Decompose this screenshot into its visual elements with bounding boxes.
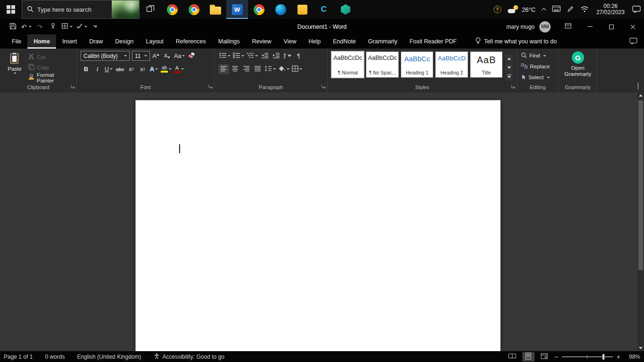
zoom-in-button[interactable]: + — [617, 353, 620, 361]
proofing-button[interactable] — [75, 21, 89, 33]
highlight-button[interactable]: ab — [160, 64, 173, 74]
minimize-button[interactable] — [579, 19, 601, 34]
style-heading-1[interactable]: AaBbCc Heading 1 — [401, 51, 433, 78]
styles-scroll-up-button[interactable] — [505, 54, 513, 63]
web-layout-button[interactable] — [538, 352, 551, 362]
font-dialog-launcher[interactable] — [208, 83, 213, 91]
taskbar-app-chrome-1[interactable] — [161, 0, 183, 19]
multilevel-list-button[interactable] — [246, 51, 259, 61]
word-count[interactable]: 0 words — [45, 354, 65, 360]
taskbar-app-chrome-3[interactable] — [248, 0, 270, 19]
taskbar-app-yellow[interactable] — [291, 0, 313, 19]
close-button[interactable] — [622, 19, 644, 34]
zoom-percentage[interactable]: 98% — [624, 354, 640, 360]
copy-button[interactable]: Copy — [28, 63, 73, 72]
style-heading-2[interactable]: AaBbCcD Heading 2 — [435, 51, 468, 78]
tab-layout[interactable]: Layout — [140, 34, 170, 49]
tab-mailings[interactable]: Mailings — [212, 34, 246, 49]
shading-button[interactable] — [277, 64, 290, 74]
increase-indent-button[interactable] — [271, 51, 281, 61]
account-name[interactable]: mary mugo — [506, 24, 535, 30]
scroll-up-arrow[interactable] — [639, 94, 643, 97]
clear-formatting-button[interactable] — [186, 51, 197, 61]
tab-view[interactable]: View — [278, 34, 303, 49]
network-button[interactable] — [577, 0, 592, 19]
print-layout-button[interactable] — [522, 352, 535, 362]
help-button[interactable]: ? — [490, 0, 504, 19]
replace-button[interactable]: Replace — [521, 62, 554, 71]
task-view-button[interactable] — [140, 0, 161, 19]
style-title[interactable]: AaB Title — [470, 51, 503, 78]
maximize-button[interactable] — [601, 19, 622, 34]
styles-scroll-down-button[interactable] — [505, 63, 513, 72]
tab-help[interactable]: Help — [302, 34, 327, 49]
font-size-select[interactable]: 11 — [132, 51, 150, 61]
cut-button[interactable]: Cut — [28, 52, 73, 61]
vertical-scrollbar[interactable] — [637, 92, 644, 351]
tray-overflow-button[interactable] — [539, 0, 549, 19]
justify-button[interactable] — [252, 64, 263, 74]
weather-widget[interactable]: 26°C — [504, 0, 539, 19]
shrink-font-button[interactable]: A — [162, 51, 173, 61]
pen-settings-button[interactable] — [564, 0, 577, 19]
superscript-button[interactable]: x2 — [137, 64, 148, 74]
start-button[interactable] — [0, 0, 22, 19]
taskbar-app-file-explorer[interactable] — [205, 0, 226, 19]
numbering-button[interactable] — [232, 51, 245, 61]
paste-button[interactable]: Paste — [4, 51, 25, 82]
bullets-button[interactable] — [218, 51, 231, 61]
find-button[interactable]: Find — [521, 51, 554, 60]
language-indicator[interactable]: English (United Kingdom) — [77, 354, 141, 360]
accessibility-status[interactable]: Accessibility: Good to go — [154, 353, 224, 361]
taskbar-app-cube[interactable] — [335, 0, 356, 19]
font-name-select[interactable]: Calibri (Body) — [81, 51, 130, 61]
tab-foxit-reader-pdf[interactable]: Foxit Reader PDF — [404, 34, 463, 49]
zoom-slider-thumb[interactable] — [603, 354, 604, 360]
change-case-button[interactable]: Aa — [173, 51, 186, 61]
touch-keyboard-button[interactable] — [549, 0, 564, 19]
bold-button[interactable]: B — [81, 64, 91, 74]
tab-grammarly[interactable]: Grammarly — [362, 34, 404, 49]
zoom-slider[interactable] — [562, 356, 613, 357]
scrollbar-thumb[interactable] — [638, 100, 643, 270]
taskbar-app-c[interactable]: C — [313, 0, 335, 19]
tab-references[interactable]: References — [170, 34, 212, 49]
clipboard-dialog-launcher[interactable] — [71, 83, 75, 91]
select-button[interactable]: Select — [521, 73, 554, 82]
taskbar-clock[interactable]: 00:26 27/02/2023 — [592, 0, 629, 19]
styles-dialog-launcher[interactable] — [511, 83, 515, 91]
align-left-button[interactable] — [218, 64, 229, 74]
style-no-spacing[interactable]: AaBbCcDc ¶ No Spac... — [366, 51, 398, 78]
tab-design[interactable]: Design — [109, 34, 140, 49]
taskbar-app-chrome-2[interactable] — [183, 0, 205, 19]
redo-button[interactable]: ↷ — [34, 21, 46, 33]
borders-button[interactable] — [291, 64, 303, 74]
align-right-button[interactable] — [241, 64, 252, 74]
undo-button[interactable]: ↶ — [20, 21, 33, 33]
strikethrough-button[interactable]: abc — [115, 64, 125, 74]
style-normal[interactable]: AaBbCcDc ¶ Normal — [331, 51, 364, 78]
feedback-button[interactable] — [623, 34, 644, 49]
italic-button[interactable]: I — [92, 64, 103, 74]
show-formatting-button[interactable]: ¶ — [293, 51, 304, 61]
tell-me-box[interactable]: Tell me what you want to do — [475, 34, 557, 49]
underline-button[interactable]: U — [103, 64, 114, 74]
sort-button[interactable]: AZ — [282, 51, 293, 61]
paragraph-dialog-launcher[interactable] — [322, 83, 326, 91]
ribbon-display-options-button[interactable] — [557, 19, 579, 34]
align-center-button[interactable] — [230, 64, 240, 74]
format-painter-button[interactable]: Format Painter — [28, 73, 73, 82]
line-spacing-button[interactable] — [264, 64, 277, 74]
action-center-button[interactable] — [629, 0, 644, 19]
tab-draw[interactable]: Draw — [83, 34, 109, 49]
taskbar-search-box[interactable] — [22, 0, 140, 19]
save-button[interactable] — [7, 21, 19, 33]
styles-more-button[interactable] — [505, 72, 513, 81]
document-page[interactable] — [135, 100, 501, 351]
customize-quick-access-button[interactable] — [90, 21, 102, 33]
taskbar-app-edge[interactable] — [270, 0, 291, 19]
decrease-indent-button[interactable] — [259, 51, 270, 61]
avatar[interactable]: MM — [539, 21, 551, 33]
taskbar-app-word[interactable]: W — [226, 0, 248, 19]
tab-insert[interactable]: Insert — [56, 34, 83, 49]
